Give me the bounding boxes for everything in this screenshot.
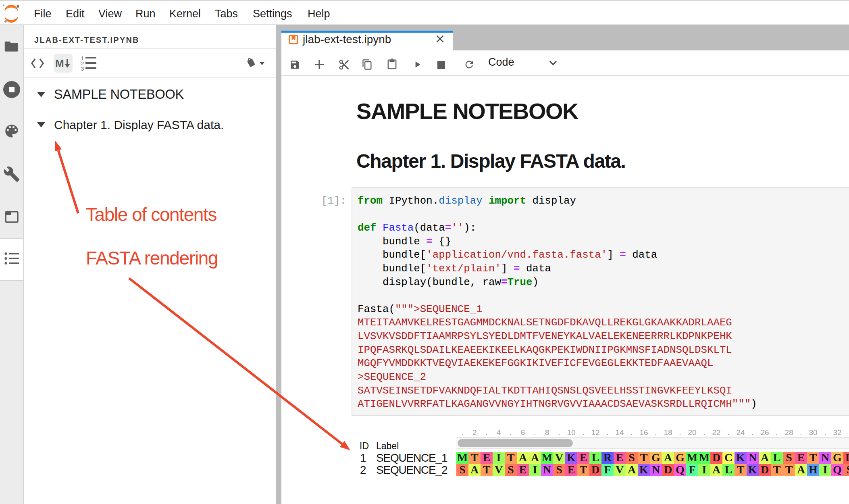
svg-text:M: M xyxy=(55,57,64,69)
svg-text:3: 3 xyxy=(81,66,84,72)
